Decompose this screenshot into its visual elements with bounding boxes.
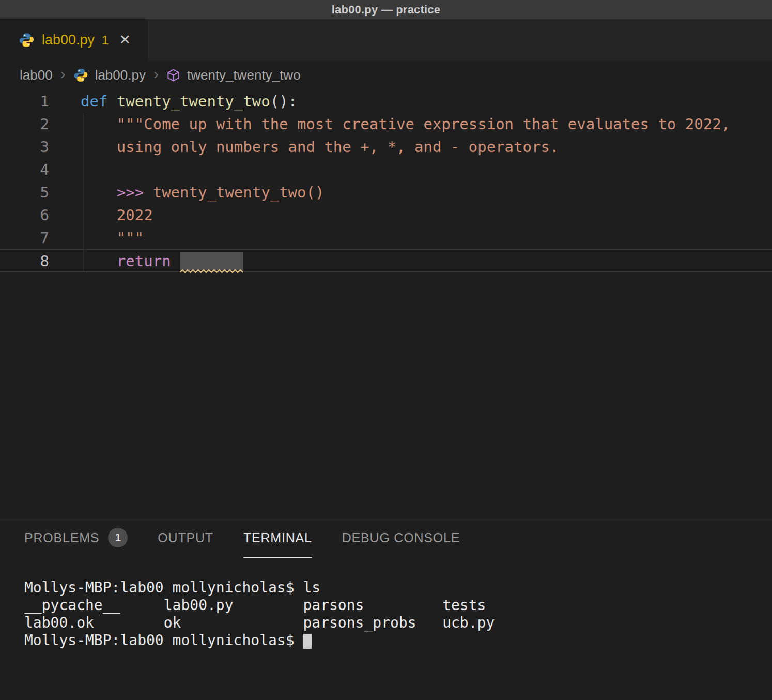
editor-tab-bar: lab00.py 1 ✕	[0, 19, 772, 61]
panel-tabs: PROBLEMS1OUTPUTTERMINALDEBUG CONSOLE	[0, 518, 772, 558]
breadcrumb: lab00 › lab00.py › twenty_twenty_two	[0, 61, 772, 89]
panel-tab-output[interactable]: OUTPUT	[158, 518, 213, 558]
code-token	[81, 138, 117, 156]
line-number[interactable]: 7	[0, 226, 49, 249]
terminal-line: __pycache__ lab00.py parsons tests	[24, 597, 772, 614]
vscode-window: lab00.py — practice lab00.py 1 ✕ lab00 ›	[0, 0, 772, 700]
code-token	[144, 184, 152, 201]
panel-tab-label: PROBLEMS	[24, 530, 99, 545]
code-token	[81, 252, 117, 270]
chevron-right-icon: ›	[152, 66, 160, 84]
code-token: using only numbers and the +, *, and - o…	[117, 138, 559, 156]
code-token: twenty_twenty_two	[117, 93, 270, 110]
terminal-cursor	[303, 634, 312, 649]
panel-tab-problems[interactable]: PROBLEMS1	[24, 518, 128, 558]
code-token	[81, 115, 117, 133]
problems-count-badge: 1	[108, 528, 128, 547]
tab-close-icon[interactable]: ✕	[119, 33, 131, 47]
line-number[interactable]: 3	[0, 135, 49, 158]
breadcrumb-item-folder[interactable]: lab00	[20, 67, 53, 83]
code-token	[107, 93, 116, 110]
code-text[interactable]: """	[49, 226, 772, 249]
breadcrumb-item-file[interactable]: lab00.py	[95, 67, 146, 83]
line-number[interactable]: 2	[0, 113, 49, 135]
line-number[interactable]: 8	[0, 250, 49, 271]
line-number[interactable]: 5	[0, 181, 49, 204]
line-number[interactable]: 1	[0, 90, 49, 113]
code-token: """Come up with the most creative expres…	[117, 115, 730, 133]
code-line[interactable]: 5 >>> twenty_twenty_two()	[0, 181, 772, 204]
panel-tab-debug-console[interactable]: DEBUG CONSOLE	[342, 518, 460, 558]
panel-tab-label: TERMINAL	[243, 530, 312, 545]
tab-label: lab00.py	[42, 32, 95, 48]
code-text[interactable]: return	[49, 250, 772, 271]
code-line[interactable]: 3 using only numbers and the +, *, and -…	[0, 135, 772, 158]
tab-problems-count: 1	[102, 33, 109, 48]
terminal-line: Mollys-MBP:lab00 mollynicholas$ ls	[24, 579, 772, 597]
breadcrumb-item-symbol[interactable]: twenty_twenty_two	[187, 67, 301, 83]
code-line[interactable]: 1def twenty_twenty_two():	[0, 90, 772, 113]
code-text[interactable]	[49, 158, 772, 181]
line-number[interactable]: 6	[0, 204, 49, 226]
code-text[interactable]: """Come up with the most creative expres…	[49, 113, 772, 135]
panel-tab-label: DEBUG CONSOLE	[342, 530, 460, 545]
code-line[interactable]: 8 return	[0, 249, 772, 272]
code-token	[81, 229, 117, 247]
code-token: return	[117, 252, 171, 270]
code-token: def	[81, 93, 107, 110]
window-title: lab00.py — practice	[332, 3, 440, 17]
python-icon	[19, 32, 35, 48]
code-token: 2022	[117, 206, 153, 224]
code-token	[171, 252, 180, 270]
warning-squiggle-icon	[180, 269, 243, 273]
tab-lab00-py[interactable]: lab00.py 1 ✕	[0, 19, 148, 61]
code-line[interactable]: 6 2022	[0, 204, 772, 226]
panel-tab-label: OUTPUT	[158, 530, 213, 545]
code-line[interactable]: 7 """	[0, 226, 772, 249]
code-text[interactable]: >>> twenty_twenty_two()	[49, 181, 772, 204]
code-text[interactable]: using only numbers and the +, *, and - o…	[49, 135, 772, 158]
return-blank-selection[interactable]	[180, 252, 243, 270]
panel-tab-terminal[interactable]: TERMINAL	[243, 518, 312, 558]
line-number[interactable]: 4	[0, 158, 49, 181]
window-titlebar: lab00.py — practice	[0, 0, 772, 19]
code-lines: 1def twenty_twenty_two():2 """Come up wi…	[0, 90, 772, 272]
code-editor[interactable]: 1def twenty_twenty_two():2 """Come up wi…	[0, 89, 772, 518]
code-line[interactable]: 4	[0, 158, 772, 181]
code-token: ():	[270, 93, 297, 110]
code-token	[81, 206, 117, 224]
terminal-line: lab00.ok ok parsons_probs ucb.py	[24, 614, 772, 632]
code-token: """	[117, 229, 144, 247]
code-text[interactable]: 2022	[49, 204, 772, 226]
code-token: twenty_twenty_two()	[153, 184, 325, 201]
chevron-right-icon: ›	[59, 66, 67, 84]
code-token	[81, 184, 117, 201]
indent-guide	[83, 113, 83, 272]
python-icon	[73, 68, 88, 83]
terminal-output[interactable]: Mollys-MBP:lab00 mollynicholas$ ls__pyca…	[0, 558, 772, 700]
code-token: >>>	[117, 184, 144, 201]
bottom-panel: PROBLEMS1OUTPUTTERMINALDEBUG CONSOLE Mol…	[0, 518, 772, 700]
symbol-method-icon	[166, 68, 180, 82]
terminal-line: Mollys-MBP:lab00 mollynicholas$	[24, 632, 772, 649]
code-text[interactable]: def twenty_twenty_two():	[49, 90, 772, 113]
code-line[interactable]: 2 """Come up with the most creative expr…	[0, 113, 772, 135]
